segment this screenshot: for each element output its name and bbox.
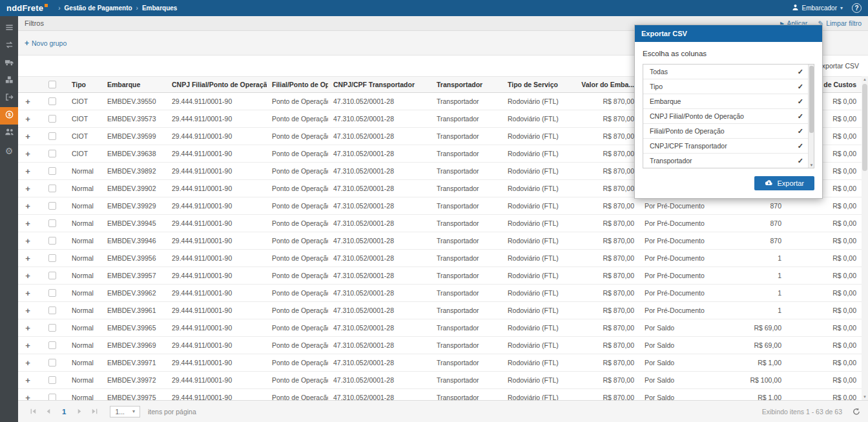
table-row[interactable]: +NormalEMBDEV.3995729.444.911/0001-90Pon… — [18, 267, 862, 285]
expand-row-button[interactable]: + — [18, 128, 37, 145]
row-checkbox[interactable] — [48, 306, 56, 314]
expand-row-button[interactable]: + — [18, 180, 37, 197]
expand-row-button[interactable]: + — [18, 232, 37, 249]
prev-page-button[interactable] — [45, 408, 52, 415]
topbar: nddFrete ›Gestão de Pagamento›Embarques … — [0, 0, 868, 16]
clear-filter-button[interactable]: ✎ Limpar filtro — [818, 19, 862, 27]
scroll-up-icon[interactable]: ▲ — [862, 77, 868, 81]
row-checkbox[interactable] — [48, 237, 56, 245]
table-row[interactable]: +NormalEMBDEV.3996129.444.911/0001-90Pon… — [18, 302, 862, 319]
sidebar-item-boxes[interactable] — [0, 72, 18, 90]
table-scrollbar[interactable]: ▲ ▼ — [862, 76, 868, 400]
help-button[interactable]: ? — [852, 3, 862, 13]
breadcrumb-item[interactable]: Embarques — [142, 5, 177, 12]
user-menu[interactable]: Embarcador ▾ — [792, 4, 843, 12]
first-page-button[interactable] — [30, 408, 37, 415]
column-option[interactable]: Filial/Ponto de Operação✓ — [643, 124, 814, 139]
expand-row-button[interactable]: + — [18, 215, 37, 232]
column-option[interactable]: Transportador✓ — [643, 154, 814, 168]
sidebar-item-truck[interactable] — [0, 55, 18, 72]
expand-row-button[interactable]: + — [18, 337, 37, 354]
app-logo[interactable]: nddFrete — [6, 3, 48, 13]
expand-row-button[interactable]: + — [18, 145, 37, 162]
row-checkbox[interactable] — [48, 219, 56, 227]
user-label: Embarcador — [802, 5, 837, 12]
row-checkbox[interactable] — [48, 341, 56, 349]
expand-row-button[interactable]: + — [18, 354, 37, 371]
row-checkbox[interactable] — [48, 254, 56, 262]
table-row[interactable]: +NormalEMBDEV.3995629.444.911/0001-90Pon… — [18, 250, 862, 267]
row-checkbox[interactable] — [48, 289, 56, 297]
expand-row-button[interactable]: + — [18, 267, 37, 284]
table-row[interactable]: +NormalEMBDEV.3994529.444.911/0001-90Pon… — [18, 215, 862, 232]
row-checkbox[interactable] — [48, 324, 56, 332]
table-row[interactable]: +NormalEMBDEV.3992929.444.911/0001-90Pon… — [18, 197, 862, 215]
row-checkbox[interactable] — [48, 185, 56, 192]
row-checkbox[interactable] — [48, 394, 56, 400]
expand-row-button[interactable]: + — [18, 250, 37, 266]
cell-tipo-pagamento: Por Saldo — [639, 354, 716, 371]
expand-row-button[interactable]: + — [18, 285, 37, 301]
options-scrollbar-thumb[interactable] — [809, 66, 814, 133]
cell-tipo-pagamento: Por Saldo — [639, 389, 716, 400]
column-option[interactable]: Todas✓ — [643, 65, 814, 79]
cell-transportador: Transportador — [431, 302, 502, 319]
current-page[interactable]: 1 — [62, 408, 66, 416]
cell-tipo-pagamento: Por Pré-Documento — [639, 197, 716, 214]
row-checkbox[interactable] — [48, 167, 56, 175]
expand-row-button[interactable]: + — [18, 93, 37, 110]
scroll-down-icon[interactable]: ▼ — [862, 395, 868, 399]
breadcrumb-item[interactable]: Gestão de Pagamento — [65, 5, 132, 12]
expand-row-button[interactable]: + — [18, 372, 37, 388]
table-row[interactable]: +NormalEMBDEV.3996529.444.911/0001-90Pon… — [18, 319, 862, 337]
table-row[interactable]: +NormalEMBDEV.3994629.444.911/0001-90Pon… — [18, 232, 862, 250]
sidebar-item-gears[interactable]: ⚙ — [0, 142, 18, 159]
table-row[interactable]: +NormalEMBDEV.3997129.444.911/0001-90Pon… — [18, 354, 862, 372]
row-checkbox[interactable] — [48, 115, 56, 123]
select-all-checkbox[interactable] — [48, 81, 56, 88]
sidebar-item-exchange[interactable] — [0, 37, 18, 55]
expand-row-button[interactable]: + — [18, 302, 37, 319]
cell-tipo: Normal — [67, 180, 102, 197]
sidebar-item-exit[interactable] — [0, 90, 18, 107]
expand-row-button[interactable]: + — [18, 163, 37, 179]
options-scrollbar[interactable]: ▼ — [808, 65, 814, 168]
expand-row-button[interactable]: + — [18, 197, 37, 214]
truck-icon — [5, 57, 14, 70]
sidebar-item-users[interactable] — [0, 125, 18, 142]
column-option[interactable]: Tipo✓ — [643, 79, 814, 94]
scroll-down-icon[interactable]: ▼ — [809, 163, 814, 167]
scrollbar-thumb[interactable] — [862, 84, 867, 171]
row-checkbox[interactable] — [48, 202, 56, 210]
row-checkbox[interactable] — [48, 272, 56, 279]
page-size-select[interactable]: 1... ▾ — [110, 406, 140, 417]
table-row[interactable]: +NormalEMBDEV.3996229.444.911/0001-90Pon… — [18, 285, 862, 302]
row-checkbox[interactable] — [48, 97, 56, 105]
export-button[interactable]: Exportar — [754, 176, 814, 190]
column-option[interactable]: CNPJ/CPF Transportador✓ — [643, 139, 814, 154]
sidebar-item-payment[interactable]: $ — [0, 107, 18, 125]
table-row[interactable]: +NormalEMBDEV.3996929.444.911/0001-90Pon… — [18, 337, 862, 354]
cell-cnpj-cpf-transportador: 47.310.052/0001-28 — [328, 372, 431, 388]
cell-saldo-custos: R$ 0,00 — [787, 319, 862, 336]
expand-row-button[interactable]: + — [18, 319, 37, 336]
cell-embarque: EMBDEV.39946 — [102, 232, 167, 249]
refresh-button[interactable] — [852, 408, 860, 416]
table-row[interactable]: +NormalEMBDEV.3997529.444.911/0001-90Pon… — [18, 389, 862, 400]
expand-row-button[interactable]: + — [18, 389, 37, 400]
new-group-button[interactable]: + Novo grupo — [25, 39, 67, 48]
clear-filter-label: Limpar filtro — [826, 19, 862, 27]
row-checkbox-cell — [37, 93, 67, 110]
sidebar-item-menu[interactable] — [0, 20, 18, 37]
row-checkbox[interactable] — [48, 359, 56, 367]
table-row[interactable]: +NormalEMBDEV.3997229.444.911/0001-90Pon… — [18, 372, 862, 389]
next-page-button[interactable] — [76, 408, 83, 415]
column-option[interactable]: CNPJ Filial/Ponto de Operação✓ — [643, 109, 814, 124]
column-option[interactable]: Embarque✓ — [643, 94, 814, 109]
row-checkbox[interactable] — [48, 132, 56, 140]
row-checkbox[interactable] — [48, 150, 56, 157]
expand-row-button[interactable]: + — [18, 110, 37, 127]
last-page-button[interactable] — [91, 408, 98, 415]
expand-icon: + — [25, 149, 30, 159]
row-checkbox[interactable] — [48, 376, 56, 384]
